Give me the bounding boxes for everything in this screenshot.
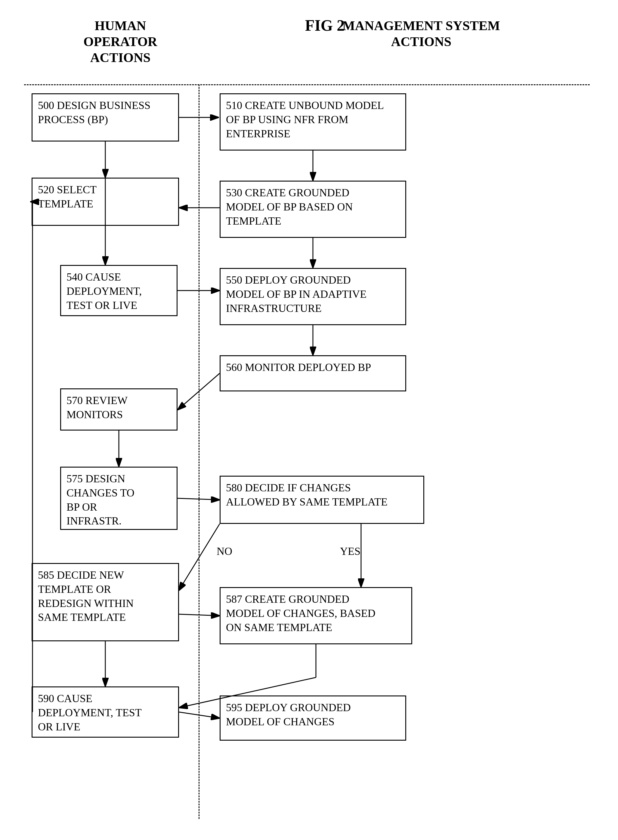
box-530: 530 CREATE GROUNDEDMODEL OF BP BASED ONT… [220, 181, 406, 238]
box-585: 585 DECIDE NEWTEMPLATE ORREDESIGN WITHIN… [31, 563, 179, 641]
vertical-divider [199, 84, 199, 819]
box-510: 510 CREATE UNBOUND MODELOF BP USING NFR … [220, 93, 406, 150]
col-header-right: MANAGEMENT SYSTEMACTIONS [256, 18, 587, 66]
box-580: 580 DECIDE IF CHANGESALLOWED BY SAME TEM… [220, 476, 424, 524]
label-yes: YES [340, 545, 361, 558]
col-header-left: HUMANOPERATORACTIONS [30, 18, 211, 66]
box-590: 590 CAUSEDEPLOYMENT, TESTOR LIVE [31, 687, 179, 738]
box-570: 570 REVIEWMONITORS [60, 389, 178, 430]
box-560: 560 MONITOR DEPLOYED BP [220, 355, 406, 392]
box-575: 575 DESIGNCHANGES TOBP ORINFRASTR. [60, 467, 178, 530]
box-540: 540 CAUSEDEPLOYMENT,TEST OR LIVE [60, 265, 178, 316]
box-500: 500 DESIGN BUSINESSPROCESS (BP) [31, 93, 179, 141]
svg-line-11 [178, 498, 219, 500]
box-595: 595 DEPLOY GROUNDEDMODEL OF CHANGES [220, 696, 406, 741]
label-no: NO [217, 545, 232, 558]
box-587: 587 CREATE GROUNDEDMODEL OF CHANGES, BAS… [220, 587, 412, 644]
horizontal-divider [24, 84, 590, 85]
box-520: 520 SELECTTEMPLATE [31, 178, 179, 226]
box-550: 550 DEPLOY GROUNDEDMODEL OF BP IN ADAPTI… [220, 268, 406, 325]
